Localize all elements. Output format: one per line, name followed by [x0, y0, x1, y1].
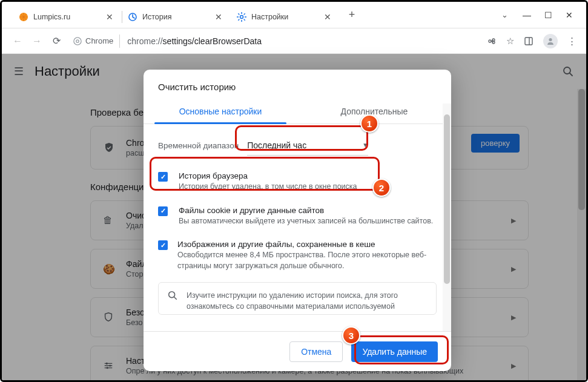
info-text: Изучите инструкции по удалению истории п… — [187, 290, 428, 312]
time-range-value: Последний час — [247, 140, 306, 150]
new-tab-button[interactable]: + — [343, 7, 360, 24]
scrollbar-thumb[interactable] — [444, 114, 450, 284]
close-icon[interactable]: ✕ — [215, 13, 222, 21]
dialog-title: Очистить историю — [144, 70, 451, 100]
tab-lumpics[interactable]: Lumpics.ru ✕ — [13, 6, 122, 28]
close-icon[interactable]: ✕ — [106, 13, 113, 21]
opt-title: Изображения и другие файлы, сохраненные … — [177, 240, 437, 249]
orange-icon — [19, 12, 28, 22]
maximize-icon[interactable]: ☐ — [544, 10, 552, 20]
time-range-label: Временной диапазон — [158, 141, 239, 150]
svg-point-3 — [74, 37, 81, 44]
checkbox-cookies[interactable]: ✓ — [158, 206, 168, 216]
annotation-badge-2: 2 — [372, 179, 391, 197]
delete-data-button[interactable]: Удалить данные — [351, 341, 438, 362]
close-icon[interactable]: ✕ — [324, 13, 331, 21]
menu-icon[interactable]: ⋮ — [567, 36, 576, 47]
opt-title: История браузера — [179, 171, 357, 180]
svg-point-2 — [240, 16, 243, 19]
tabs-dropdown-icon[interactable]: ⌄ — [501, 10, 508, 19]
dialog-scrollbar[interactable] — [443, 104, 451, 331]
clear-data-dialog: Очистить историю Основные настройки Допо… — [144, 70, 451, 371]
tab-basic[interactable]: Основные настройки — [144, 100, 297, 123]
tab-settings[interactable]: Настройки ✕ — [231, 6, 340, 28]
address-bar: ← → ⟳ Chrome chrome://settings/clearBrow… — [2, 28, 586, 54]
svg-rect-5 — [525, 38, 532, 45]
dialog-footer: Отмена Удалить данные — [144, 331, 451, 371]
option-browsing-history[interactable]: ✓ История браузера История будет удалена… — [158, 165, 437, 200]
opt-desc: История будет удалена, в том числе в окн… — [179, 182, 357, 193]
dialog-tabs: Основные настройки Дополнительные — [144, 100, 451, 124]
tab-label: Настройки — [251, 13, 288, 21]
url-display[interactable]: chrome://settings/clearBrowserData — [127, 36, 480, 46]
share-icon[interactable] — [487, 36, 497, 46]
window-titlebar: Lumpics.ru ✕ История ✕ Настройки ✕ + ⌄ —… — [2, 2, 586, 28]
checkbox-cache[interactable]: ✓ — [158, 240, 168, 250]
sidepanel-icon[interactable] — [524, 36, 533, 46]
svg-point-7 — [549, 38, 552, 41]
checkbox-history[interactable]: ✓ — [158, 172, 168, 182]
opt-desc: Освободится менее 8,4 МБ пространства. П… — [177, 250, 437, 271]
dialog-body: Временной диапазон Последний час ▼ ✓ Ист… — [144, 124, 451, 331]
option-cookies[interactable]: ✓ Файлы cookie и другие данные сайтов Вы… — [158, 200, 437, 234]
annotation-badge-3: 3 — [342, 326, 360, 344]
reload-icon[interactable]: ⟳ — [50, 35, 62, 47]
caret-down-icon: ▼ — [362, 142, 368, 148]
tab-history[interactable]: История ✕ — [122, 6, 231, 28]
tab-strip: Lumpics.ru ✕ История ✕ Настройки ✕ + — [2, 2, 495, 28]
chrome-icon — [73, 37, 82, 45]
cancel-button[interactable]: Отмена — [289, 341, 343, 362]
tab-label: Lumpics.ru — [33, 13, 70, 21]
history-icon — [128, 12, 137, 22]
annotation-badge-1: 1 — [360, 114, 378, 133]
tab-label: История — [142, 13, 171, 21]
opt-desc: Вы автоматически выйдете из учетных запи… — [179, 216, 433, 227]
svg-point-13 — [169, 292, 175, 298]
back-icon[interactable]: ← — [12, 36, 24, 47]
profile-avatar[interactable] — [543, 34, 558, 48]
svg-line-14 — [174, 297, 177, 300]
search-icon — [167, 290, 178, 301]
forward-icon[interactable]: → — [31, 36, 43, 47]
bookmark-icon[interactable]: ☆ — [506, 36, 514, 47]
time-range-select[interactable]: Последний час ▼ — [247, 135, 368, 156]
window-controls: — ☐ ✕ — [514, 2, 586, 28]
option-cache[interactable]: ✓ Изображения и другие файлы, сохраненны… — [158, 234, 437, 278]
svg-point-4 — [76, 39, 79, 42]
close-window-icon[interactable]: ✕ — [566, 10, 573, 20]
opt-title: Файлы cookie и другие данные сайтов — [179, 206, 433, 215]
info-box: Изучите инструкции по удалению истории п… — [158, 282, 437, 315]
gear-icon — [237, 12, 246, 22]
chip-label: Chrome — [85, 36, 113, 45]
minimize-icon[interactable]: — — [523, 10, 531, 20]
origin-chip[interactable]: Chrome — [70, 35, 120, 48]
